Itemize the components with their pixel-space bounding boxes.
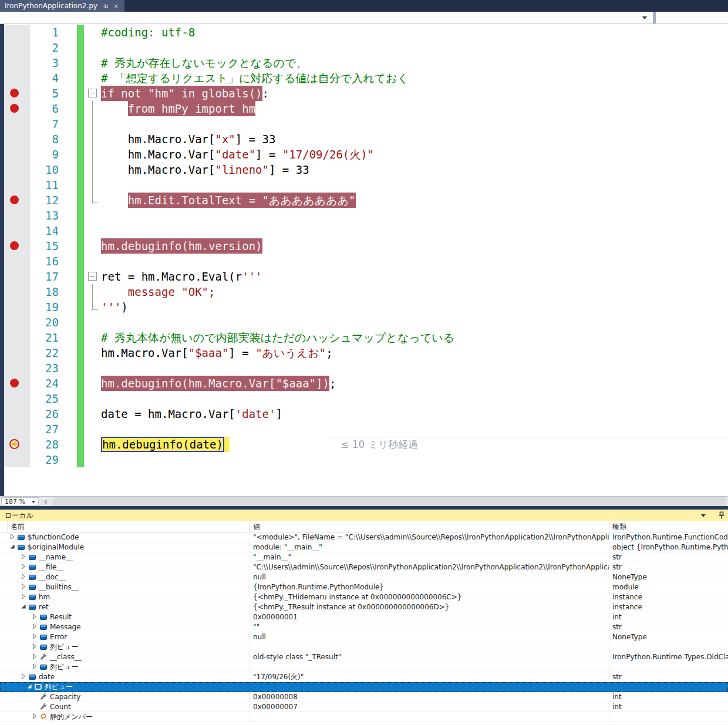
tree-arrow-slot[interactable] [31, 633, 39, 641]
locals-row[interactable]: date"17/09/26(火)"str [0, 672, 728, 682]
breakpoint-gutter[interactable] [4, 116, 30, 131]
fold-margin[interactable] [84, 162, 100, 177]
tree-arrow-slot[interactable] [19, 583, 28, 591]
locals-row[interactable]: $functionCode"<module>", FileName = "C:\… [0, 532, 728, 542]
fold-margin[interactable] [84, 376, 100, 391]
variable-value[interactable] [250, 682, 609, 692]
breakpoint-gutter[interactable] [4, 315, 30, 330]
zoom-level-dropdown[interactable]: 187 % [1, 497, 39, 506]
nav-member-dropdown[interactable] [656, 12, 728, 23]
fold-margin[interactable] [84, 223, 100, 238]
breakpoint-gutter[interactable] [4, 406, 30, 421]
code-text[interactable]: #coding: utf-8 [100, 25, 728, 40]
locals-name-cell[interactable]: Message [0, 622, 250, 632]
locals-row[interactable]: 列ビュー [0, 682, 728, 692]
tree-arrow-slot[interactable] [31, 653, 39, 661]
locals-row[interactable]: 列ビュー [0, 662, 728, 672]
locals-row[interactable]: Message""str [0, 622, 728, 632]
code-text[interactable]: date = hm.Macro.Var['date'] [100, 406, 728, 421]
fold-margin[interactable] [84, 437, 100, 452]
code-text[interactable] [100, 116, 728, 131]
variable-value[interactable] [250, 662, 609, 672]
column-header-type[interactable]: 種類 [609, 521, 728, 532]
locals-name-cell[interactable]: Count [0, 702, 250, 711]
code-text[interactable]: hm.Macro.Var["date"] = "17/09/26(火)" [100, 147, 728, 162]
collapsed-arrow-icon[interactable] [21, 673, 26, 681]
code-text[interactable] [100, 208, 728, 223]
code-text[interactable]: hm.Macro.Var["x"] = 33 [100, 131, 728, 147]
variable-value[interactable]: null [250, 572, 609, 582]
fold-collapse-icon[interactable] [88, 89, 97, 97]
code-text[interactable]: hm.Edit.TotalText = "あああああああ" [100, 193, 728, 208]
locals-row[interactable]: __class__old-style class "_TResult"IronP… [0, 652, 728, 662]
locals-name-cell[interactable]: Error [0, 632, 250, 642]
expanded-arrow-icon[interactable] [21, 603, 26, 611]
locals-name-cell[interactable]: 列ビュー [0, 682, 250, 692]
tree-arrow-slot[interactable] [31, 613, 39, 621]
breakpoint-gutter[interactable] [4, 86, 30, 101]
locals-row[interactable]: hm{<hmPy._THidemaru instance at 0x000000… [0, 592, 728, 602]
tree-arrow-slot[interactable] [31, 663, 39, 671]
fold-margin[interactable] [84, 116, 100, 131]
breakpoint-gutter[interactable] [4, 421, 30, 437]
locals-row[interactable]: Count0x00000007int [0, 702, 728, 712]
close-icon[interactable]: × [113, 2, 120, 9]
code-text[interactable] [100, 40, 728, 55]
fold-margin[interactable] [84, 101, 100, 116]
tree-arrow-slot[interactable] [19, 673, 28, 681]
tree-arrow-slot[interactable] [19, 593, 28, 601]
fold-margin[interactable] [84, 208, 100, 223]
fold-margin[interactable] [84, 421, 100, 437]
breakpoint-gutter[interactable] [4, 330, 30, 345]
breakpoint-gutter[interactable] [4, 299, 30, 315]
fold-margin[interactable] [84, 360, 100, 376]
variable-value[interactable]: "C:\\Users\\admin\\Source\\Repos\\IronPy… [250, 562, 609, 572]
locals-name-cell[interactable]: 列ビュー [0, 642, 250, 652]
tree-arrow-slot[interactable] [19, 563, 28, 571]
collapsed-arrow-icon[interactable] [32, 623, 38, 631]
tree-arrow-slot[interactable] [25, 683, 33, 691]
variable-value[interactable]: {<hmPy._TResult instance at 0x0000000000… [250, 602, 609, 612]
locals-row[interactable]: 列ビュー [0, 642, 728, 652]
collapsed-arrow-icon[interactable] [21, 553, 26, 561]
code-text[interactable]: # 「想定するリクエスト」に対応する値は自分で入れておく [100, 70, 728, 86]
variable-value[interactable]: "" [250, 622, 609, 632]
locals-name-cell[interactable]: Capacity [0, 692, 250, 702]
pin-icon[interactable] [102, 2, 109, 9]
locals-row[interactable]: Result0x00000001int [0, 612, 728, 622]
variable-value[interactable]: "17/09/26(火)" [250, 672, 609, 682]
column-header-name[interactable]: 名前 [8, 521, 250, 532]
collapsed-arrow-icon[interactable] [21, 583, 26, 591]
breakpoint-gutter[interactable] [4, 162, 30, 177]
document-tab[interactable]: IronPythonApplication2.py × [0, 0, 124, 12]
tree-arrow-slot[interactable] [31, 643, 39, 651]
variable-value[interactable]: null [250, 632, 609, 642]
locals-name-cell[interactable]: $originalModule [0, 542, 250, 552]
locals-row[interactable]: __builtins__{IronPython.Runtime.PythonMo… [0, 582, 728, 592]
tree-arrow-slot[interactable] [19, 553, 28, 561]
code-text[interactable] [100, 254, 728, 269]
breakpoint-gutter[interactable] [4, 254, 30, 269]
code-text[interactable] [100, 223, 728, 238]
locals-name-cell[interactable]: __class__ [0, 652, 250, 662]
expanded-arrow-icon[interactable] [26, 683, 32, 691]
collapsed-arrow-icon[interactable] [32, 613, 38, 621]
locals-row[interactable]: 静的メンバー [0, 712, 728, 722]
variable-value[interactable]: "__main__" [250, 552, 609, 562]
code-text[interactable]: hm.Macro.Var["$aaa"] = "あいうえお"; [100, 345, 728, 360]
code-text[interactable] [100, 360, 728, 376]
breakpoint-gutter[interactable] [4, 208, 30, 223]
locals-name-cell[interactable]: hm [0, 592, 250, 602]
variable-value[interactable]: old-style class "_TResult" [250, 652, 609, 662]
code-text[interactable] [100, 421, 728, 437]
fold-margin[interactable] [84, 25, 100, 40]
tree-arrow-slot[interactable] [8, 543, 16, 551]
fold-margin[interactable] [84, 70, 100, 86]
variable-value[interactable]: 0x00000001 [250, 612, 609, 622]
breakpoint-gutter[interactable] [4, 345, 30, 360]
locals-row[interactable]: __name__"__main__"str [0, 552, 728, 562]
locals-row[interactable]: ErrornullNoneType [0, 632, 728, 642]
collapsed-arrow-icon[interactable] [9, 533, 15, 541]
locals-name-cell[interactable]: __builtins__ [0, 582, 250, 592]
code-text[interactable]: ''') [100, 299, 728, 315]
